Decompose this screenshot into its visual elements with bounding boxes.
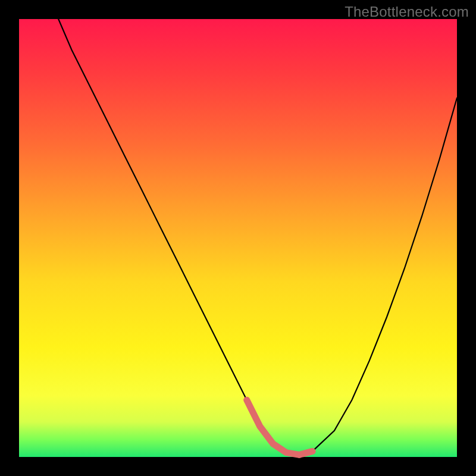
watermark-text: TheBottleneck.com — [345, 4, 469, 20]
plot-area — [19, 19, 457, 457]
highlight-segment-right — [299, 451, 312, 455]
bottleneck-curve — [58, 19, 457, 455]
curve-svg — [19, 19, 457, 457]
highlight-segment-left — [247, 400, 299, 455]
chart-frame: TheBottleneck.com — [0, 0, 476, 476]
